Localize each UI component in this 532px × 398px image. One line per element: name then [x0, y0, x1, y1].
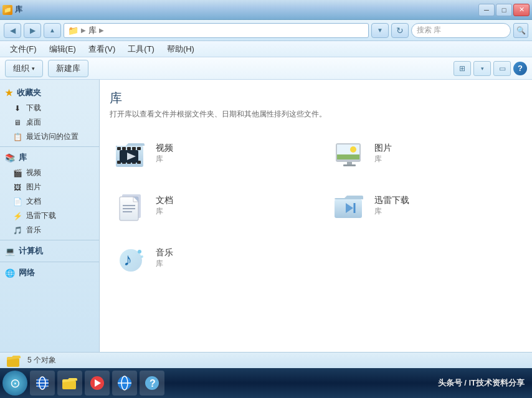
library-item-xunlei[interactable]: 迅雷下载 库	[328, 184, 522, 227]
picture-lib-name: 图片	[374, 143, 392, 154]
library-item-picture[interactable]: 图片 库	[328, 132, 522, 174]
menu-help[interactable]: 帮助(H)	[162, 42, 199, 56]
taskbar-ie[interactable]	[30, 371, 55, 396]
library-item-music[interactable]: ♪ 音乐 库	[110, 237, 303, 279]
status-folder-icon	[5, 353, 22, 368]
sidebar: ★ 收藏夹 ⬇ 下载 🖥 桌面 📋 最近访问的位置 📚 库	[0, 80, 100, 352]
path-separator: ▶	[81, 27, 86, 34]
computer-header[interactable]: 💻 计算机	[0, 243, 99, 259]
video-lib-name: 视频	[156, 143, 173, 154]
status-bar: 5 个对象	[0, 352, 532, 368]
search-box[interactable]: 搜索 库	[411, 23, 511, 38]
desktop-icon: 🖥	[12, 118, 22, 128]
document-lib-icon	[113, 188, 148, 223]
up-button[interactable]: ▲	[44, 23, 61, 38]
back-button[interactable]: ◀	[4, 23, 21, 38]
picture-lib-icon	[332, 136, 367, 171]
menu-view[interactable]: 查看(V)	[83, 42, 120, 56]
view-dropdown-button[interactable]: ▾	[473, 61, 491, 76]
svg-rect-4	[127, 147, 131, 150]
music-lib-type: 库	[156, 258, 173, 269]
music-lib-icon: ♪	[113, 240, 148, 275]
organize-label: 组织	[13, 63, 29, 74]
library-header[interactable]: 📚 库	[0, 149, 99, 166]
video-icon-small: 🎬	[12, 168, 22, 178]
svg-point-30	[138, 250, 141, 253]
title-bar-left: 📁 库	[2, 4, 22, 15]
path-sub-arrow: ▶	[99, 27, 104, 34]
computer-section: 💻 计算机	[0, 243, 99, 259]
content-panel: 库 打开库以查看文件并根据文件夹、日期和其他属性排列这些文件。	[100, 80, 532, 352]
address-bar: ◀ ▶ ▲ 📁 ▶ 库 ▶ ▼ ↻ 搜索 库 🔍	[0, 20, 532, 41]
menu-file[interactable]: 文件(F)	[5, 42, 42, 56]
organize-arrow: ▾	[32, 65, 35, 72]
svg-text:?: ?	[150, 378, 156, 389]
favorites-header[interactable]: ★ 收藏夹	[0, 85, 99, 101]
sidebar-item-download[interactable]: ⬇ 下载	[0, 101, 99, 115]
search-placeholder: 搜索 库	[417, 25, 441, 36]
sidebar-item-document[interactable]: 📄 文档	[0, 194, 99, 209]
help-button[interactable]: ?	[513, 62, 527, 75]
sidebar-item-recent[interactable]: 📋 最近访问的位置	[0, 130, 99, 144]
download-icon: ⬇	[12, 103, 22, 113]
xunlei-icon-small: ⚡	[12, 211, 22, 221]
favorites-icon: ★	[5, 88, 13, 98]
sidebar-item-picture[interactable]: 🖼 图片	[0, 180, 99, 194]
taskbar-watermark: 头条号 / IT技术资料分享	[438, 377, 525, 389]
menu-tools[interactable]: 工具(T)	[123, 42, 159, 56]
sidebar-item-xunlei[interactable]: ⚡ 迅雷下载	[0, 209, 99, 223]
library-section: 📚 库 🎬 视频 🖼 图片 📄 文档 ⚡ 迅雷下载 🎵 音乐	[0, 149, 99, 237]
address-path[interactable]: 📁 ▶ 库 ▶	[64, 23, 369, 38]
sidebar-label-document: 文档	[26, 196, 41, 207]
computer-icon: 💻	[5, 247, 15, 256]
refresh-button[interactable]: ↻	[391, 23, 409, 38]
video-lib-icon	[113, 136, 148, 171]
start-button[interactable]: ⊙	[2, 371, 27, 396]
sidebar-item-desktop[interactable]: 🖥 桌面	[0, 115, 99, 130]
view-options-button[interactable]: ⊞	[454, 61, 471, 76]
toolbar: 组织 ▾ 新建库 ⊞ ▾ ▭ ?	[0, 57, 532, 80]
menu-edit[interactable]: 编辑(E)	[44, 42, 81, 56]
library-grid: 视频 库	[110, 132, 522, 279]
svg-point-31	[141, 255, 143, 258]
title-bar-controls: ─ □ ✕	[478, 4, 530, 16]
search-button[interactable]: 🔍	[513, 23, 528, 38]
dropdown-button[interactable]: ▼	[371, 23, 389, 38]
close-button[interactable]: ✕	[513, 4, 530, 16]
new-library-button[interactable]: 新建库	[48, 60, 88, 77]
sidebar-label-video: 视频	[26, 168, 41, 178]
taskbar-help[interactable]: ?	[140, 371, 164, 396]
forward-button[interactable]: ▶	[24, 23, 41, 38]
organize-button[interactable]: 组织 ▾	[5, 60, 43, 77]
sidebar-label-music: 音乐	[26, 225, 41, 235]
taskbar-right: 头条号 / IT技术资料分享	[433, 377, 530, 389]
sidebar-item-music[interactable]: 🎵 音乐	[0, 223, 99, 237]
pane-toggle-button[interactable]: ▭	[493, 61, 511, 76]
sidebar-divider-2	[0, 240, 99, 240]
document-lib-info: 文档 库	[156, 195, 173, 217]
taskbar-xunlei[interactable]	[85, 371, 110, 396]
network-icon: 🌐	[5, 268, 15, 278]
window-title: 库	[15, 4, 22, 15]
svg-rect-3	[122, 147, 126, 150]
library-item-document[interactable]: 文档 库	[110, 184, 303, 227]
taskbar-ie2[interactable]	[112, 371, 137, 396]
taskbar-folder[interactable]	[57, 371, 82, 396]
start-orb: ⊙	[10, 376, 21, 391]
library-item-video[interactable]: 视频 库	[110, 132, 303, 174]
xunlei-lib-icon	[332, 188, 367, 223]
recent-icon: 📋	[12, 132, 22, 142]
xunlei-lib-info: 迅雷下载 库	[374, 195, 409, 217]
svg-point-17	[350, 146, 356, 153]
sidebar-item-video[interactable]: 🎬 视频	[0, 166, 99, 180]
maximize-button[interactable]: □	[496, 4, 512, 16]
path-label: 库	[88, 25, 97, 36]
network-header[interactable]: 🌐 网络	[0, 265, 99, 281]
svg-rect-16	[337, 154, 359, 159]
title-bar: 📁 库 ─ □ ✕	[0, 0, 532, 20]
taskbar: ⊙ ? 头条号	[0, 368, 532, 398]
favorites-label: 收藏夹	[17, 87, 41, 98]
minimize-button[interactable]: ─	[478, 4, 495, 16]
sidebar-label-download: 下载	[26, 103, 41, 113]
menu-bar: 文件(F) 编辑(E) 查看(V) 工具(T) 帮助(H)	[0, 41, 532, 57]
